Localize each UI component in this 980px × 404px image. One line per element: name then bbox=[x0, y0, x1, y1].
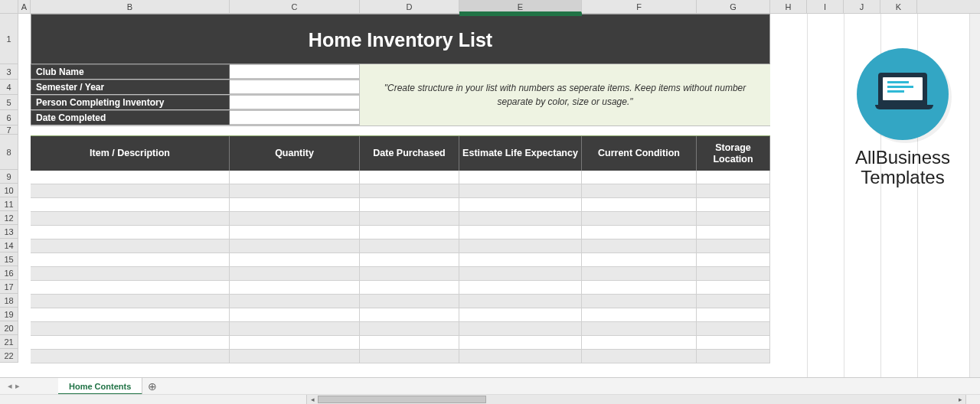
horizontal-scrollbar[interactable]: ◂ ▸ bbox=[306, 395, 966, 404]
table-cell[interactable] bbox=[459, 226, 582, 239]
table-cell[interactable] bbox=[31, 322, 230, 335]
scrollbar-thumb[interactable] bbox=[318, 396, 486, 403]
table-row[interactable] bbox=[31, 171, 770, 184]
meta-value-input[interactable] bbox=[230, 64, 360, 79]
row-header-1[interactable]: 1 bbox=[0, 14, 18, 64]
table-cell[interactable] bbox=[459, 295, 582, 308]
column-header-J[interactable]: J bbox=[844, 0, 880, 13]
table-cell[interactable] bbox=[697, 322, 770, 335]
table-row[interactable] bbox=[31, 336, 770, 350]
row-header-19[interactable]: 19 bbox=[0, 308, 18, 321]
table-cell[interactable] bbox=[31, 226, 230, 239]
row-header-16[interactable]: 16 bbox=[0, 266, 18, 280]
table-cell[interactable] bbox=[31, 239, 230, 252]
table-cell[interactable] bbox=[582, 212, 697, 225]
table-cell[interactable] bbox=[360, 295, 459, 308]
table-cell[interactable] bbox=[459, 336, 582, 349]
row-header-11[interactable]: 11 bbox=[0, 197, 18, 211]
table-cell[interactable] bbox=[230, 295, 360, 308]
scroll-left-icon[interactable]: ◂ bbox=[307, 395, 318, 404]
table-cell[interactable] bbox=[697, 171, 770, 184]
table-cell[interactable] bbox=[360, 212, 459, 225]
table-cell[interactable] bbox=[360, 267, 459, 280]
table-cell[interactable] bbox=[230, 212, 360, 225]
chevron-right-icon[interactable]: ▸ bbox=[15, 381, 20, 391]
table-cell[interactable] bbox=[360, 308, 459, 321]
column-header-H[interactable]: H bbox=[770, 0, 807, 13]
table-cell[interactable] bbox=[31, 281, 230, 294]
table-cell[interactable] bbox=[360, 281, 459, 294]
table-cell[interactable] bbox=[31, 267, 230, 280]
table-row[interactable] bbox=[31, 281, 770, 295]
row-header-21[interactable]: 21 bbox=[0, 335, 18, 349]
table-cell[interactable] bbox=[697, 308, 770, 321]
row-header-9[interactable]: 9 bbox=[0, 170, 18, 184]
table-cell[interactable] bbox=[459, 281, 582, 294]
table-cell[interactable] bbox=[697, 198, 770, 211]
column-header-C[interactable]: C bbox=[230, 0, 360, 13]
sheet-tab-home-contents[interactable]: Home Contents bbox=[58, 378, 142, 395]
row-header-4[interactable]: 4 bbox=[0, 80, 18, 95]
table-cell[interactable] bbox=[230, 267, 360, 280]
table-cell[interactable] bbox=[459, 308, 582, 321]
table-cell[interactable] bbox=[459, 267, 582, 280]
table-row[interactable] bbox=[31, 253, 770, 267]
table-cell[interactable] bbox=[697, 239, 770, 252]
table-cell[interactable] bbox=[230, 226, 360, 239]
row-header-13[interactable]: 13 bbox=[0, 225, 18, 239]
table-cell[interactable] bbox=[31, 212, 230, 225]
table-cell[interactable] bbox=[582, 267, 697, 280]
table-cell[interactable] bbox=[230, 253, 360, 266]
spreadsheet-grid[interactable]: Home Inventory List Club NameSemester / … bbox=[18, 14, 980, 381]
table-cell[interactable] bbox=[31, 184, 230, 197]
table-cell[interactable] bbox=[582, 295, 697, 308]
table-cell[interactable] bbox=[360, 322, 459, 335]
table-cell[interactable] bbox=[360, 226, 459, 239]
table-cell[interactable] bbox=[31, 198, 230, 211]
table-row[interactable] bbox=[31, 212, 770, 226]
row-header-15[interactable]: 15 bbox=[0, 252, 18, 266]
table-row[interactable] bbox=[31, 308, 770, 322]
table-cell[interactable] bbox=[697, 295, 770, 308]
table-cell[interactable] bbox=[230, 336, 360, 349]
row-header-6[interactable]: 6 bbox=[0, 110, 18, 125]
column-header-G[interactable]: G bbox=[697, 0, 770, 13]
tab-nav-arrows[interactable]: ◂ ▸ bbox=[0, 381, 28, 391]
table-cell[interactable] bbox=[582, 281, 697, 294]
column-header-A[interactable]: A bbox=[18, 0, 31, 13]
table-cell[interactable] bbox=[230, 171, 360, 184]
table-cell[interactable] bbox=[31, 308, 230, 321]
row-headers[interactable]: 1345678910111213141516171819202122 bbox=[0, 14, 18, 363]
table-cell[interactable] bbox=[230, 350, 360, 363]
table-cell[interactable] bbox=[31, 350, 230, 363]
table-cell[interactable] bbox=[582, 198, 697, 211]
table-row[interactable] bbox=[31, 322, 770, 336]
table-cell[interactable] bbox=[360, 184, 459, 197]
table-row[interactable] bbox=[31, 350, 770, 363]
column-header-I[interactable]: I bbox=[807, 0, 844, 13]
table-row[interactable] bbox=[31, 226, 770, 239]
column-header-F[interactable]: F bbox=[582, 0, 697, 13]
table-cell[interactable] bbox=[230, 239, 360, 252]
row-header-18[interactable]: 18 bbox=[0, 294, 18, 308]
column-header-K[interactable]: K bbox=[880, 0, 917, 13]
column-header-E[interactable]: E bbox=[459, 0, 582, 13]
table-cell[interactable] bbox=[697, 253, 770, 266]
meta-value-input[interactable] bbox=[230, 95, 360, 109]
table-cell[interactable] bbox=[230, 281, 360, 294]
table-cell[interactable] bbox=[582, 171, 697, 184]
table-cell[interactable] bbox=[697, 267, 770, 280]
table-cell[interactable] bbox=[459, 212, 582, 225]
table-cell[interactable] bbox=[360, 350, 459, 363]
scroll-right-icon[interactable]: ▸ bbox=[955, 395, 965, 404]
table-cell[interactable] bbox=[697, 226, 770, 239]
table-cell[interactable] bbox=[459, 253, 582, 266]
table-cell[interactable] bbox=[582, 350, 697, 363]
table-cell[interactable] bbox=[230, 322, 360, 335]
table-cell[interactable] bbox=[459, 198, 582, 211]
row-header-12[interactable]: 12 bbox=[0, 211, 18, 225]
table-cell[interactable] bbox=[360, 239, 459, 252]
table-row[interactable] bbox=[31, 184, 770, 198]
row-header-20[interactable]: 20 bbox=[0, 321, 18, 335]
table-cell[interactable] bbox=[459, 322, 582, 335]
